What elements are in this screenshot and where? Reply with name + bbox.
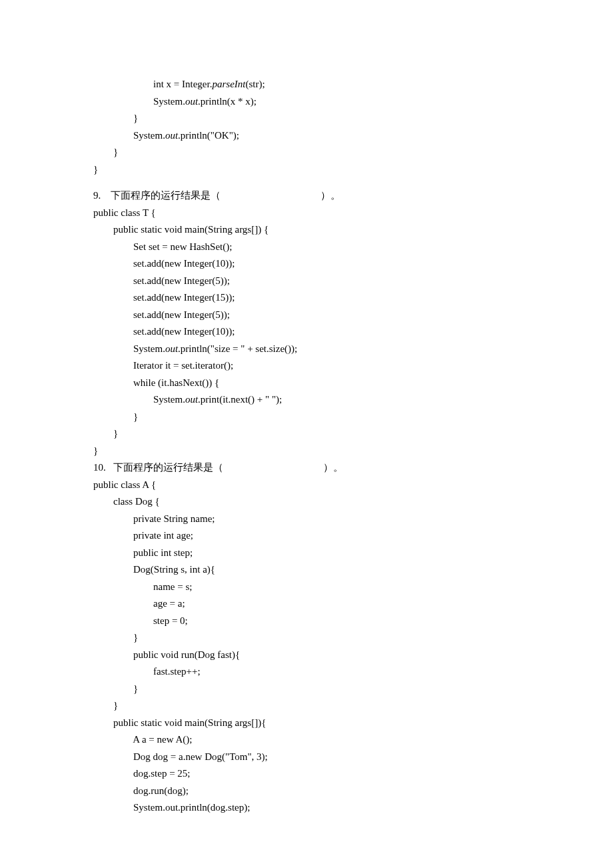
gap: [106, 462, 113, 473]
code-line: }: [93, 409, 520, 426]
question-number: 10.: [93, 462, 106, 473]
question-text: 下面程序的运行结果是（: [113, 462, 223, 473]
code-line: Iterator it = set.iterator();: [93, 357, 520, 375]
question-text: 下面程序的运行结果是（: [111, 190, 221, 201]
code-line: }: [93, 425, 520, 443]
code-line: Dog dog = a.new Dog("Tom", 3);: [93, 749, 520, 766]
code-line: private String name;: [93, 511, 520, 528]
code-line: }: [93, 697, 520, 715]
code-italic: out: [185, 96, 198, 107]
code-line: fast.step++;: [93, 663, 520, 681]
code-line: step = 0;: [93, 613, 520, 630]
question-text: ）。: [323, 462, 343, 473]
code-line: System.out.println("OK");: [93, 127, 520, 145]
code-line: public static void main(String args[]){: [93, 715, 520, 732]
code-text: System.: [93, 343, 165, 354]
code-line: }: [93, 110, 520, 127]
question-number: 9.: [93, 190, 101, 201]
code-line: age = a;: [93, 595, 520, 613]
code-text: System.: [93, 130, 165, 141]
code-line: A a = new A();: [93, 731, 520, 749]
document-page: int x = Integer.parseInt(str); System.ou…: [0, 0, 613, 868]
code-line: while (it.hasNext()) {: [93, 375, 520, 392]
code-line: Dog(String s, int a){: [93, 561, 520, 579]
spacer: [93, 178, 520, 187]
code-line: public class T {: [93, 205, 520, 222]
code-line: set.add(new Integer(5));: [93, 273, 520, 290]
code-line: dog.run(dog);: [93, 783, 520, 800]
code-line: name = s;: [93, 579, 520, 596]
code-text: .println("size = " + set.size());: [178, 343, 297, 354]
code-line: System.out.print(it.next() + " ");: [93, 391, 520, 409]
code-line: System.out.println(x * x);: [93, 93, 520, 111]
code-line: }: [93, 681, 520, 698]
question-9: 9. 下面程序的运行结果是（）。: [93, 187, 520, 205]
code-text: int x = Integer.: [93, 79, 212, 89]
code-line: Set set = new HashSet();: [93, 239, 520, 256]
code-line: class Dog {: [93, 493, 520, 511]
code-line: public int step;: [93, 545, 520, 562]
code-italic: out: [165, 343, 178, 354]
code-line: set.add(new Integer(15));: [93, 289, 520, 307]
code-italic: parseInt: [212, 79, 245, 89]
question-text: ）。: [320, 190, 340, 201]
code-line: private int age;: [93, 527, 520, 545]
code-line: }: [93, 144, 520, 161]
code-line: System.out.println("size = " + set.size(…: [93, 341, 520, 358]
code-text: System.: [93, 96, 185, 107]
code-line: }: [93, 443, 520, 460]
code-text: .print(it.next() + " ");: [198, 394, 282, 405]
code-line: set.add(new Integer(5));: [93, 307, 520, 324]
code-text: .println(x * x);: [198, 96, 257, 107]
gap: [101, 190, 111, 201]
code-line: public static void main(String args[]) {: [93, 221, 520, 239]
code-line: set.add(new Integer(10));: [93, 255, 520, 273]
question-10: 10. 下面程序的运行结果是（）。: [93, 459, 520, 477]
code-text: .println("OK");: [178, 130, 239, 141]
code-text: (str);: [245, 79, 265, 89]
code-italic: out: [185, 394, 198, 405]
code-line: public class A {: [93, 477, 520, 494]
code-line: public void run(Dog fast){: [93, 647, 520, 664]
code-line: }: [93, 629, 520, 647]
code-line: set.add(new Integer(10));: [93, 323, 520, 341]
code-line: }: [93, 161, 520, 179]
code-line: dog.step = 25;: [93, 765, 520, 783]
code-italic: out: [165, 130, 178, 141]
code-text: System.: [93, 394, 185, 405]
code-line: int x = Integer.parseInt(str);: [93, 76, 520, 93]
code-line: System.out.println(dog.step);: [93, 799, 520, 817]
